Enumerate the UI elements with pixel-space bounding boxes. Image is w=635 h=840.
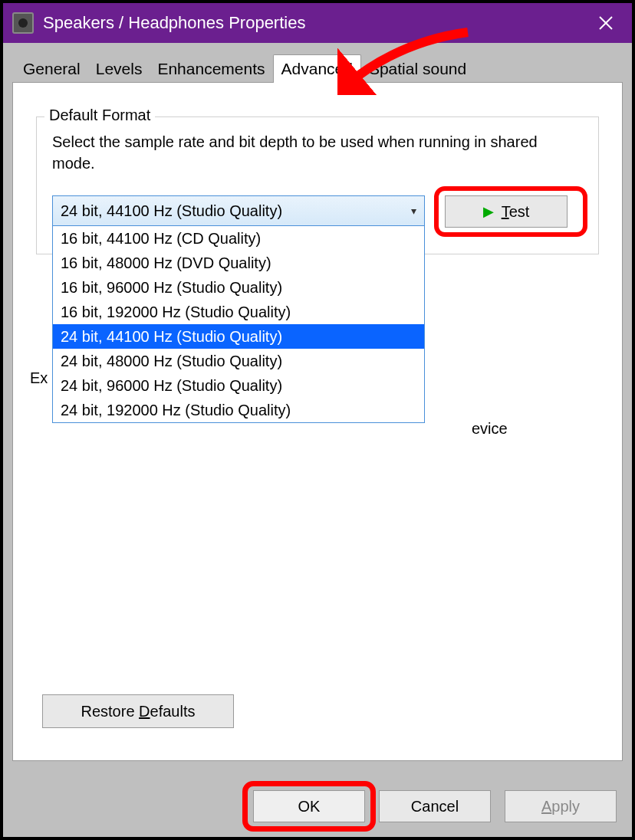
obscured-group-label-left: Ex xyxy=(30,369,48,387)
combobox-option[interactable]: 16 bit, 44100 Hz (CD Quality) xyxy=(53,226,424,251)
combobox-option[interactable]: 24 bit, 96000 Hz (Studio Quality) xyxy=(53,373,424,398)
tab-advanced[interactable]: Advanced xyxy=(273,54,361,83)
format-combobox[interactable]: 24 bit, 44100 Hz (Studio Quality) ▾ 16 b… xyxy=(52,195,425,226)
dialog-footer: OK Cancel Apply xyxy=(3,776,632,837)
group-default-format: Default Format Select the sample rate an… xyxy=(36,116,599,254)
combobox-display[interactable]: 24 bit, 44100 Hz (Studio Quality) ▾ xyxy=(52,195,425,226)
titlebar: Speakers / Headphones Properties xyxy=(3,3,632,43)
test-button[interactable]: ▶ Test xyxy=(445,195,568,228)
group-legend: Default Format xyxy=(44,107,155,124)
combobox-option[interactable]: 24 bit, 44100 Hz (Studio Quality) xyxy=(53,324,424,349)
tabpage-advanced: Default Format Select the sample rate an… xyxy=(12,82,623,761)
dialog-body: General Levels Enhancements Advanced Spa… xyxy=(3,43,632,837)
apply-button[interactable]: Apply xyxy=(505,790,617,822)
combobox-selected-value: 24 bit, 44100 Hz (Studio Quality) xyxy=(61,202,411,220)
combobox-option[interactable]: 24 bit, 48000 Hz (Studio Quality) xyxy=(53,349,424,373)
combobox-option[interactable]: 16 bit, 96000 Hz (Studio Quality) xyxy=(53,275,424,300)
restore-defaults-button[interactable]: Restore Defaults xyxy=(42,694,234,728)
cancel-button-label: Cancel xyxy=(411,798,459,815)
test-button-label: Test xyxy=(502,203,530,221)
tab-spatial[interactable]: Spatial sound xyxy=(361,55,474,83)
app-icon xyxy=(12,12,34,34)
restore-defaults-label: Restore Defaults xyxy=(81,703,196,720)
combobox-dropdown-list[interactable]: 16 bit, 44100 Hz (CD Quality)16 bit, 480… xyxy=(52,226,425,423)
test-button-wrap: ▶ Test xyxy=(445,195,583,228)
chevron-down-icon: ▾ xyxy=(411,205,416,217)
close-icon xyxy=(598,15,614,31)
window-title: Speakers / Headphones Properties xyxy=(43,13,589,33)
tab-enhancements[interactable]: Enhancements xyxy=(150,55,272,83)
combobox-option[interactable]: 16 bit, 48000 Hz (DVD Quality) xyxy=(53,251,424,275)
cancel-button[interactable]: Cancel xyxy=(379,790,491,822)
combobox-option[interactable]: 16 bit, 192000 Hz (Studio Quality) xyxy=(53,300,424,324)
combobox-option[interactable]: 24 bit, 192000 Hz (Studio Quality) xyxy=(53,398,424,422)
close-button[interactable] xyxy=(589,6,623,40)
obscured-group-text-right: evice xyxy=(472,420,508,438)
group-description: Select the sample rate and bit depth to … xyxy=(52,131,583,174)
tab-levels[interactable]: Levels xyxy=(88,55,150,83)
tabstrip: General Levels Enhancements Advanced Spa… xyxy=(12,52,623,83)
ok-button-label: OK xyxy=(298,798,321,815)
ok-button-wrap: OK xyxy=(253,790,365,822)
apply-button-label: Apply xyxy=(541,798,580,815)
format-row: 24 bit, 44100 Hz (Studio Quality) ▾ 16 b… xyxy=(52,195,583,228)
play-icon: ▶ xyxy=(483,203,494,220)
tab-general[interactable]: General xyxy=(15,55,88,83)
ok-button[interactable]: OK xyxy=(253,790,365,822)
